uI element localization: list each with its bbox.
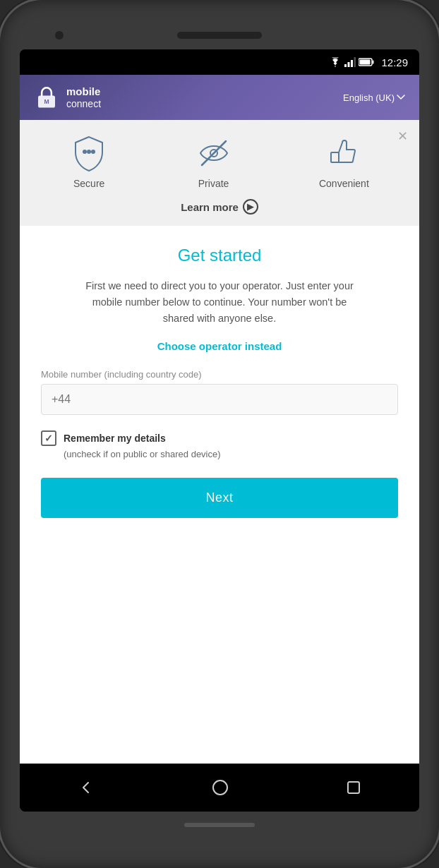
recents-square-icon	[347, 780, 361, 795]
svg-rect-1	[348, 62, 350, 67]
next-button[interactable]: Next	[41, 478, 398, 518]
home-nav-button[interactable]	[212, 779, 229, 796]
convenient-label: Convenient	[319, 178, 369, 189]
eye-slash-icon	[195, 134, 233, 172]
close-button[interactable]: ✕	[397, 128, 408, 144]
header-logo: M mobile connect	[34, 85, 101, 110]
recents-nav-button[interactable]	[347, 780, 361, 795]
home-bar	[184, 823, 255, 827]
back-nav-button[interactable]	[78, 780, 94, 795]
svg-rect-0	[344, 64, 347, 67]
lock-icon: M	[34, 85, 59, 110]
svg-point-9	[87, 150, 91, 154]
svg-rect-14	[331, 152, 339, 162]
language-selector[interactable]: English (UK)	[343, 92, 405, 103]
back-arrow-icon	[78, 780, 94, 795]
description-text: First we need to direct you to your oper…	[85, 278, 354, 327]
mobile-number-input[interactable]	[41, 384, 398, 415]
remember-row: ✓ Remember my details	[41, 430, 398, 446]
learn-more-link[interactable]: Learn more ▶	[27, 199, 412, 215]
mobile-input-group: Mobile number (including country code)	[41, 369, 398, 415]
choose-operator-link[interactable]: Choose operator instead	[157, 340, 282, 352]
phone-shell: 12:29 M mobile connect English (UK)	[0, 0, 439, 868]
status-time: 12:29	[381, 56, 408, 68]
svg-rect-2	[351, 60, 353, 67]
speaker-grille	[177, 32, 262, 39]
feature-convenient: Convenient	[319, 134, 369, 189]
get-started-title: Get started	[178, 246, 262, 265]
bottom-nav	[20, 764, 419, 812]
home-circle-icon	[212, 779, 229, 796]
front-camera	[55, 31, 64, 40]
remember-section: ✓ Remember my details (uncheck if on pub…	[41, 430, 398, 459]
main-content: Get started First we need to direct you …	[20, 226, 419, 764]
private-label: Private	[198, 178, 229, 189]
remember-label: Remember my details	[64, 433, 166, 444]
secure-label: Secure	[73, 178, 104, 189]
status-icons	[329, 57, 374, 67]
svg-rect-5	[373, 61, 374, 64]
brand-text: mobile connect	[66, 85, 101, 110]
remember-sublabel: (uncheck if on public or shared device)	[64, 449, 398, 459]
phone-top-bar	[20, 21, 419, 49]
status-bar: 12:29	[20, 49, 419, 75]
remember-checkbox[interactable]: ✓	[41, 430, 56, 446]
svg-rect-16	[348, 782, 359, 793]
svg-point-15	[213, 780, 227, 795]
signal-icon	[344, 57, 356, 67]
chevron-down-icon	[397, 95, 405, 100]
thumbs-up-icon	[325, 134, 363, 172]
features-row: Secure Private Co	[27, 134, 412, 189]
mobile-input-label: Mobile number (including country code)	[41, 369, 398, 380]
learn-more-circle-icon: ▶	[243, 199, 258, 215]
shield-icon	[70, 134, 108, 172]
svg-line-13	[202, 141, 226, 165]
feature-secure: Secure	[70, 134, 108, 189]
battery-icon	[359, 58, 374, 66]
feature-bar: ✕ Secure	[20, 120, 419, 226]
svg-rect-3	[354, 57, 356, 67]
svg-point-11	[91, 150, 95, 154]
svg-text:M: M	[44, 98, 49, 105]
phone-screen: 12:29 M mobile connect English (UK)	[20, 49, 419, 812]
svg-rect-6	[360, 60, 371, 65]
wifi-icon	[329, 57, 342, 67]
phone-bottom	[20, 812, 419, 827]
app-header: M mobile connect English (UK)	[20, 75, 419, 120]
feature-private: Private	[195, 134, 233, 189]
svg-point-10	[83, 150, 87, 154]
checkmark-icon: ✓	[44, 433, 53, 444]
